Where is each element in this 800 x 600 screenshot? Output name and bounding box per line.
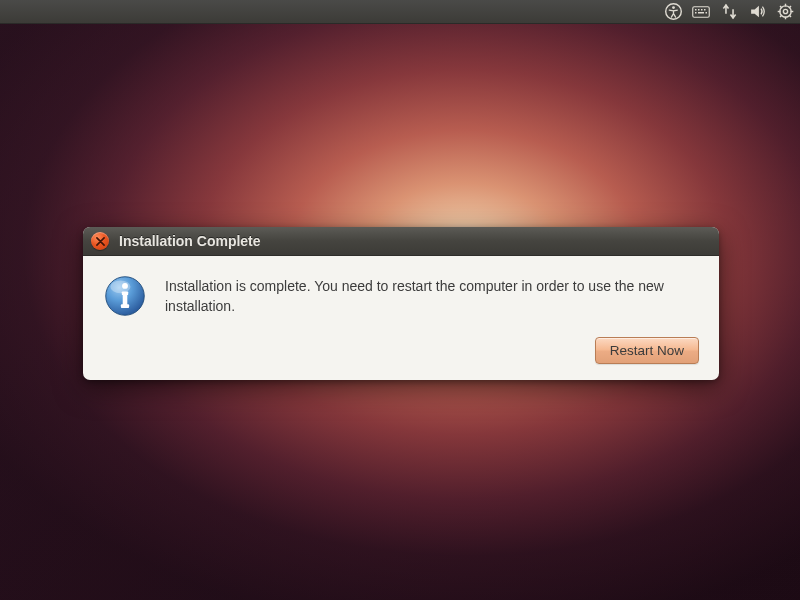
restart-now-button[interactable]: Restart Now <box>595 337 699 364</box>
network-icon[interactable] <box>720 3 738 21</box>
svg-rect-7 <box>695 12 697 14</box>
accessibility-icon[interactable] <box>664 3 682 21</box>
svg-rect-3 <box>695 9 697 11</box>
svg-rect-6 <box>704 9 706 11</box>
dialog-message: Installation is complete. You need to re… <box>165 274 699 317</box>
volume-icon[interactable] <box>748 3 766 21</box>
svg-line-16 <box>779 6 781 8</box>
svg-rect-5 <box>701 9 703 11</box>
keyboard-icon[interactable] <box>692 3 710 21</box>
svg-rect-9 <box>706 12 708 14</box>
dialog-content: Installation is complete. You need to re… <box>165 274 699 364</box>
dialog-body: Installation is complete. You need to re… <box>83 256 719 380</box>
dialog-actions: Restart Now <box>165 337 699 364</box>
power-icon[interactable] <box>776 3 794 21</box>
installation-complete-dialog: Installation Complete Inst <box>83 227 719 380</box>
svg-rect-4 <box>698 9 700 11</box>
dialog-titlebar[interactable]: Installation Complete <box>83 227 719 256</box>
top-panel <box>0 0 800 24</box>
svg-rect-8 <box>698 12 704 14</box>
svg-point-11 <box>783 9 787 13</box>
close-button[interactable] <box>91 232 109 250</box>
dialog-title: Installation Complete <box>119 233 261 249</box>
svg-rect-24 <box>123 293 128 306</box>
info-icon <box>103 274 147 318</box>
svg-rect-25 <box>121 304 129 308</box>
svg-line-19 <box>789 6 791 8</box>
svg-point-1 <box>672 6 675 9</box>
svg-point-22 <box>122 283 128 289</box>
svg-line-17 <box>789 15 791 17</box>
svg-line-18 <box>779 15 781 17</box>
